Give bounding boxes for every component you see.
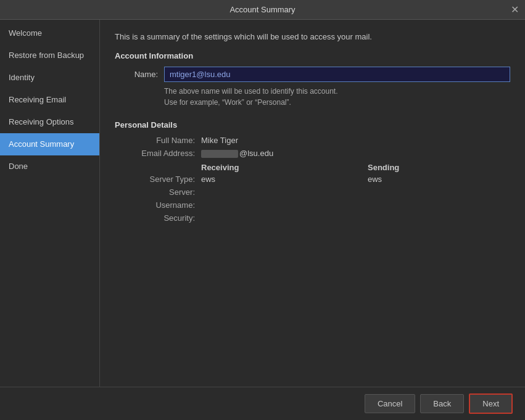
name-row: Name: (115, 67, 510, 82)
sidebar: Welcome Restore from Backup Identity Rec… (0, 20, 100, 387)
email-address-row: Email Address: @lsu.edu (115, 149, 510, 158)
close-button[interactable]: ✕ (511, 5, 519, 15)
personal-details-section: Personal Details Full Name: Mike Tiger E… (115, 120, 510, 226)
back-button[interactable]: Back (420, 394, 464, 413)
email-address-label: Email Address: (115, 149, 195, 158)
security-label: Security: (115, 213, 201, 223)
email-address-value: @lsu.edu (201, 149, 273, 158)
title-bar: Account Summary ✕ (0, 0, 525, 20)
server-type-row: Server Type: ews ews (115, 175, 510, 184)
sidebar-item-restore-from-backup[interactable]: Restore from Backup (0, 44, 99, 67)
server-layout: Receiving Sending Server Type: ews ews S… (115, 163, 510, 223)
sidebar-item-receiving-email[interactable]: Receiving Email (0, 89, 99, 111)
sending-column-header: Sending (368, 163, 399, 172)
account-information-title: Account Information (115, 51, 510, 60)
username-label: Username: (115, 200, 201, 210)
server-label: Server: (115, 187, 201, 197)
receiving-column-header: Receiving (201, 163, 368, 172)
intro-text: This is a summary of the settings which … (115, 32, 510, 41)
sidebar-item-done[interactable]: Done (0, 155, 99, 178)
server-type-receiving: ews (201, 175, 368, 184)
content-area: This is a summary of the settings which … (100, 20, 525, 387)
full-name-row: Full Name: Mike Tiger (115, 136, 510, 145)
security-row: Security: (115, 213, 510, 223)
sidebar-item-welcome[interactable]: Welcome (0, 22, 99, 44)
server-type-label: Server Type: (115, 175, 201, 184)
dialog-title: Account Summary (229, 5, 295, 14)
full-name-value: Mike Tiger (201, 136, 238, 145)
server-row: Server: (115, 187, 510, 197)
redacted-email-part (201, 150, 238, 158)
sidebar-item-receiving-options[interactable]: Receiving Options (0, 111, 99, 133)
cancel-button[interactable]: Cancel (365, 394, 415, 413)
next-button[interactable]: Next (469, 393, 513, 414)
server-type-sending: ews (368, 175, 382, 184)
personal-details-title: Personal Details (115, 120, 510, 130)
name-label: Name: (115, 70, 158, 79)
sidebar-item-identity[interactable]: Identity (0, 67, 99, 89)
name-input[interactable] (164, 67, 510, 82)
helper-text: The above name will be used to identify … (164, 86, 510, 108)
sidebar-item-account-summary[interactable]: Account Summary (0, 133, 99, 155)
main-layout: Welcome Restore from Backup Identity Rec… (0, 20, 525, 387)
account-information-section: Account Information Name: The above name… (115, 51, 510, 118)
footer: Cancel Back Next (0, 387, 525, 420)
server-header-row: Receiving Sending (115, 163, 510, 172)
username-row: Username: (115, 200, 510, 210)
full-name-label: Full Name: (115, 136, 195, 145)
